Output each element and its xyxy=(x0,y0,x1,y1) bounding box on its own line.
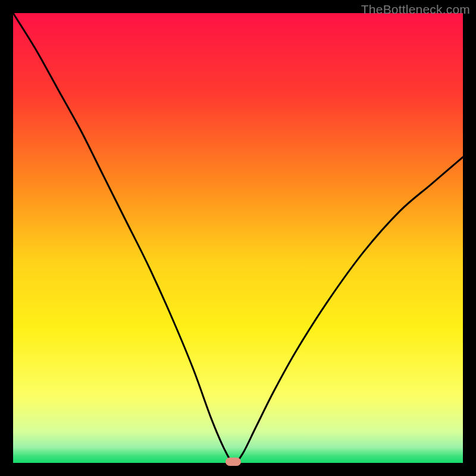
watermark-text: TheBottleneck.com xyxy=(361,2,470,17)
min-marker-pill xyxy=(226,458,241,466)
chart-frame: TheBottleneck.com xyxy=(0,0,476,476)
plot-area xyxy=(13,13,463,463)
bottleneck-plot-svg xyxy=(13,13,463,463)
gradient-background xyxy=(13,13,463,463)
